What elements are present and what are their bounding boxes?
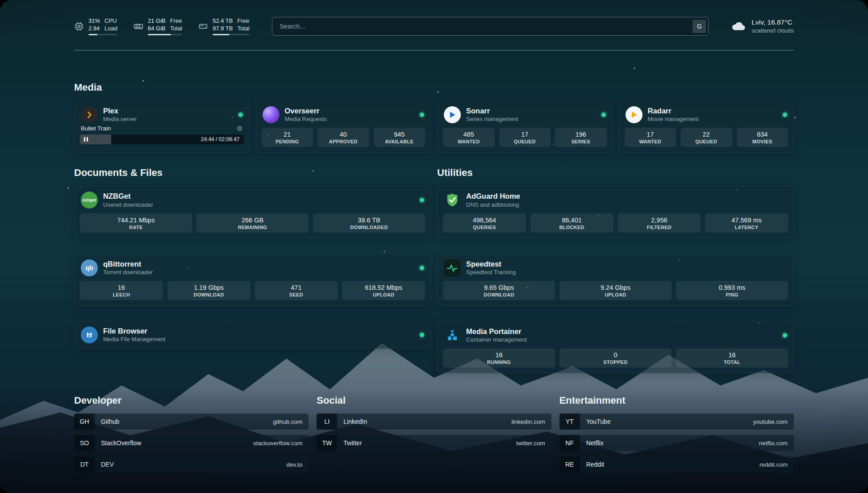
bookmark-row-reddit[interactable]: RE Reddit reddit.com [559,456,794,472]
section-social: Social LI LinkedIn linkedin.com TW Twitt… [317,395,551,472]
bookmark-abbr: YT [559,414,580,430]
app-title: Media Portainer [466,327,527,336]
stat-value: 86,401 [532,217,612,224]
section-title-entertainment: Entertainment [559,395,794,406]
app-subtitle: Usenet downloader [103,201,153,209]
stat-label: WANTED [626,139,675,144]
weather-location: Lviv, 16.87°C [751,18,794,27]
app-subtitle: Movie management [648,116,699,123]
now-playing-title: Bullet Train [81,125,111,132]
stat-box: 39.6 TB DOWNLOADED [313,213,425,233]
ram-total-label: Total [170,25,182,33]
section-developer: Developer GH Github github.com SO StackO… [74,395,309,472]
stat-label: LATENCY [707,225,786,230]
app-title: File Browser [103,326,165,336]
pause-button[interactable] [84,137,88,142]
stat-box: 16 LEECH [80,281,163,300]
stat-label: STOPPED [561,359,670,365]
app-title: Speedtest [466,259,516,269]
bookmark-row-github[interactable]: GH Github github.com [74,414,309,430]
stat-box: 16 TOTAL [676,348,788,368]
stat-value: 17 [626,131,675,138]
filebrowser-icon [81,326,98,343]
stat-value: 196 [557,131,605,138]
bookmark-row-linkedin[interactable]: LI LinkedIn linkedin.com [317,414,551,430]
app-card-radarr[interactable]: Radarr Movie management 17 WANTED 22 QUE… [619,100,794,153]
stat-box: 2,956 FILTERED [618,213,701,233]
bookmark-name: DEV [95,461,114,468]
section-title-media: Media [74,82,794,93]
app-card-sonarr[interactable]: Sonarr Series management 485 WANTED 17 Q… [437,100,613,153]
section-documents: Documents & Files nzbget NZBGet Usenet d… [74,167,431,373]
stat-box: 744.21 Mbps RATE [80,213,192,233]
app-card-filebrowser[interactable]: File Browser Media File Management [74,321,431,349]
app-subtitle: Container management [466,336,527,344]
stat-label: LEECH [82,292,161,297]
app-card-speedtest[interactable]: Speedtest Speedtest Tracking 9.65 Gbps D… [437,254,794,306]
bookmark-row-twitter[interactable]: TW Twitter twitter.com [317,435,551,451]
stat-value: 0 [561,351,670,359]
topbar-divider [74,50,794,50]
weather-condition: scattered clouds [751,27,794,35]
stat-box: 0 STOPPED [559,348,672,368]
ram-free-label: Free [170,17,182,25]
stat-label: PING [678,292,786,297]
portainer-icon [444,327,461,344]
status-dot [601,113,606,117]
ram-total-value: 64 GiB [148,25,166,33]
stat-label: DOWNLOADED [315,225,423,230]
app-subtitle: Series management [466,116,518,123]
bookmark-row-stackoverflow[interactable]: SO StackOverflow stackoverflow.com [74,435,309,451]
cpu-usage-bar [88,34,117,35]
app-card-plex[interactable]: Plex Media server Bullet Train ⚙ 24:44 /… [74,100,250,153]
status-dot [420,198,424,202]
status-dot [783,333,787,338]
search-input[interactable] [279,22,693,30]
ram-icon [134,21,143,31]
app-subtitle: DNS and adblocking [466,201,520,209]
disk-free-label: Free [237,17,249,25]
disk-usage-bar [213,34,250,35]
app-subtitle: Media server [103,116,137,123]
bookmark-row-netflix[interactable]: NF Netflix netflix.com [559,435,794,451]
bookmark-url: netflix.com [759,440,794,447]
stat-box: 16 RUNNING [443,348,555,368]
stat-box: 17 WANTED [625,128,676,147]
stat-value: 22 [682,131,730,138]
cpu-icon [74,21,84,31]
bookmark-row-dev[interactable]: DT DEV dev.to [74,456,309,472]
stat-box: 22 QUEUED [680,128,732,147]
stat-value: 16 [82,284,161,291]
stat-label: TOTAL [678,359,786,365]
app-card-adguard[interactable]: AdGuard Home DNS and adblocking 498,564 … [437,186,794,238]
stat-box: 21 PENDING [262,128,313,147]
stat-value: 834 [739,131,787,138]
bookmark-name: Twitter [337,439,362,447]
stat-value: 47.569 ms [707,217,786,224]
settings-gear-icon[interactable]: ⚙ [237,125,242,132]
app-title: Sonarr [466,106,518,116]
search-engine-button[interactable]: G [693,20,706,33]
app-card-qbittorrent[interactable]: qb qBittorrent Torrent downloader 16 LEE… [74,254,431,306]
stat-label: MOVIES [739,139,787,144]
cloud-icon [731,19,746,34]
playback-progress-bar[interactable]: 24:44 / 02:06:47 [80,134,244,144]
app-subtitle: Speedtest Tracking [466,269,516,276]
app-card-portainer[interactable]: Media Portainer Container management 16 … [437,321,794,373]
app-card-overseerr[interactable]: Overseerr Media Requests 21 PENDING 40 A… [256,100,431,153]
app-card-nzbget[interactable]: nzbget NZBGet Usenet downloader 744.21 M… [74,186,431,238]
disk-total-value: 97.9 TB [213,25,233,33]
stat-value: 16 [678,351,786,359]
stat-label: REMAINING [198,225,307,230]
ram-readout: 21 GiB 64 GiB Free Total [148,17,182,36]
status-dot [783,113,787,117]
stat-label: DOWNLOAD [169,292,249,297]
bookmark-name: StackOverflow [95,439,141,447]
adguard-icon [444,192,461,209]
search-bar[interactable]: G [272,17,709,36]
ram-usage-bar [148,34,182,35]
bookmark-abbr: RE [559,456,580,472]
section-title-social: Social [317,395,551,406]
stat-label: SERIES [557,139,605,144]
bookmark-row-youtube[interactable]: YT YouTube youtube.com [559,414,794,430]
